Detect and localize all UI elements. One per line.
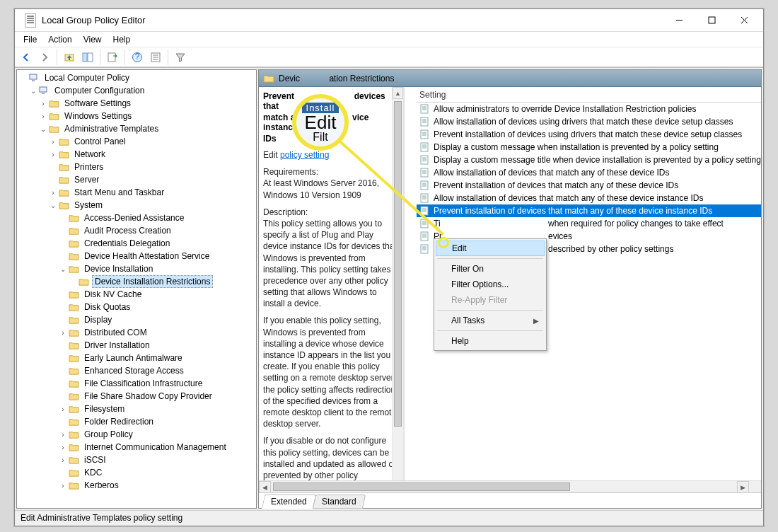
export-button[interactable]: [104, 49, 121, 66]
tree-computer-config[interactable]: Computer Configuration: [18, 84, 256, 97]
policy-icon: [419, 155, 431, 165]
close-button[interactable]: [728, 10, 760, 31]
tree-system[interactable]: System: [18, 199, 256, 212]
toolbar-separator: [100, 50, 100, 65]
list-item[interactable]: Display a custom message title when devi…: [417, 154, 761, 166]
scroll-right-icon[interactable]: ▶: [737, 481, 749, 492]
tree-admin-templates[interactable]: Administrative Templates: [18, 122, 256, 135]
ctx-help[interactable]: Help: [436, 333, 545, 349]
tree-item[interactable]: KDC: [18, 466, 256, 479]
list-item[interactable]: Display a custom message when installati…: [417, 141, 761, 154]
svg-text:?: ?: [135, 52, 140, 62]
ctx-reapply-filter[interactable]: Re-Apply Filter: [436, 292, 545, 308]
tree-item[interactable]: Kerberos: [18, 479, 256, 492]
menu-view[interactable]: View: [78, 33, 108, 46]
show-hide-tree-button[interactable]: [79, 49, 96, 66]
description-para: If you disable or do not configure this …: [263, 435, 397, 481]
folder-icon: [68, 378, 79, 388]
folder-icon: [68, 442, 79, 452]
tree-item[interactable]: Server: [18, 173, 256, 186]
up-button[interactable]: [61, 49, 78, 66]
scroll-thumb[interactable]: [417, 482, 570, 491]
tree-item[interactable]: iSCSI: [18, 453, 256, 466]
ctx-filter-options[interactable]: Filter Options...: [436, 277, 545, 292]
list-item[interactable]: Allow administrators to override Device …: [417, 103, 761, 115]
tree-item[interactable]: File Share Shadow Copy Provider: [18, 390, 256, 403]
tree-device-installation[interactable]: Device Installation: [18, 262, 256, 275]
tree-item[interactable]: Driver Installation: [18, 339, 256, 352]
folder-icon: [68, 315, 79, 325]
minimize-button[interactable]: [663, 10, 695, 31]
folder-icon: [58, 149, 69, 159]
list-item[interactable]: Prevent installation of devices using dr…: [417, 128, 761, 141]
list-item[interactable]: Prevent installation of devices that mat…: [417, 204, 761, 217]
list-item[interactable]: Allow installation of devices that match…: [417, 166, 761, 179]
maximize-button[interactable]: [695, 10, 728, 31]
tree-pane: Local Computer Policy Computer Configura…: [16, 69, 257, 509]
tree-item[interactable]: Filesystem: [18, 403, 256, 415]
tree-item[interactable]: Windows Settings: [18, 110, 256, 122]
properties-button[interactable]: [147, 49, 164, 66]
svg-rect-1: [709, 17, 715, 23]
ctx-all-tasks[interactable]: All Tasks▶: [436, 313, 545, 328]
scroll-up-icon[interactable]: ▲: [393, 87, 403, 99]
tree-item[interactable]: File Classification Infrastructure: [18, 377, 256, 390]
tree-item[interactable]: Control Panel: [18, 135, 256, 148]
menu-file[interactable]: File: [18, 33, 42, 46]
menu-help[interactable]: Help: [108, 33, 137, 46]
back-button[interactable]: [18, 49, 35, 66]
tree-item[interactable]: Disk Quotas: [18, 301, 256, 313]
tree-item[interactable]: Display: [18, 313, 256, 326]
folder-icon: [68, 302, 79, 312]
list-item[interactable]: Prevent installation of devices that mat…: [417, 179, 761, 192]
tree-item[interactable]: Audit Process Creation: [18, 224, 256, 237]
list-hscrollbar[interactable]: ◀ ▶: [417, 480, 761, 492]
tree-device-install-restrictions[interactable]: Device Installation Restrictions: [18, 275, 256, 288]
tree-item[interactable]: Group Policy: [18, 428, 256, 441]
tree-root[interactable]: Local Computer Policy: [18, 71, 256, 84]
folder-icon: [68, 238, 79, 248]
tree-item[interactable]: Disk NV Cache: [18, 288, 256, 301]
svg-rect-15: [32, 80, 35, 81]
tree-item[interactable]: Enhanced Storage Access: [18, 364, 256, 377]
window-frame: Local Group Policy Editor File Action Vi…: [14, 8, 764, 526]
policy-tree[interactable]: Local Computer Policy Computer Configura…: [17, 70, 256, 508]
tab-standard[interactable]: Standard: [313, 495, 366, 509]
tree-item[interactable]: Device Health Attestation Service: [18, 250, 256, 262]
tree-item[interactable]: Access-Denied Assistance: [18, 212, 256, 224]
tree-item[interactable]: Software Settings: [18, 97, 256, 110]
list-item[interactable]: Allow installation of devices using driv…: [417, 115, 761, 128]
tree-item[interactable]: Folder Redirection: [18, 415, 256, 428]
tree-item[interactable]: Start Menu and Taskbar: [18, 186, 256, 199]
ctx-separator: [437, 310, 543, 311]
tree-item[interactable]: Distributed COM: [18, 326, 256, 339]
svg-rect-17: [42, 93, 45, 94]
list-item[interactable]: Allow installation of devices that match…: [417, 192, 761, 204]
tree-item[interactable]: Early Launch Antimalware: [18, 352, 256, 364]
folder-icon: [58, 187, 69, 197]
menu-action[interactable]: Action: [42, 33, 77, 46]
svg-rect-22: [421, 117, 428, 126]
svg-rect-6: [88, 53, 93, 62]
list-header-setting[interactable]: Setting: [417, 87, 761, 103]
filter-button[interactable]: [172, 49, 189, 66]
ctx-filter-on[interactable]: Filter On: [436, 261, 545, 277]
tree-item[interactable]: Network: [18, 148, 256, 161]
folder-icon: [68, 417, 79, 427]
help-button[interactable]: ?: [129, 49, 146, 66]
tab-extended[interactable]: Extended: [262, 495, 316, 509]
ctx-separator: [437, 258, 543, 259]
callout-main-text: Edit: [305, 112, 337, 134]
edit-link-line: Edit policy setting: [263, 149, 397, 161]
desc-scrollbar[interactable]: ▲ ▼: [392, 87, 404, 492]
toolbar-separator: [168, 50, 168, 65]
scroll-thumb[interactable]: [394, 101, 402, 427]
tree-item[interactable]: Internet Communication Management: [18, 441, 256, 453]
tree-item[interactable]: Credentials Delegation: [18, 237, 256, 250]
ctx-edit[interactable]: Edit: [436, 241, 545, 256]
forward-button[interactable]: [36, 49, 53, 66]
folder-icon: [58, 175, 69, 185]
policy-icon: [419, 168, 431, 178]
tree-item[interactable]: Printers: [18, 161, 256, 173]
edit-policy-link[interactable]: policy setting: [280, 150, 329, 160]
